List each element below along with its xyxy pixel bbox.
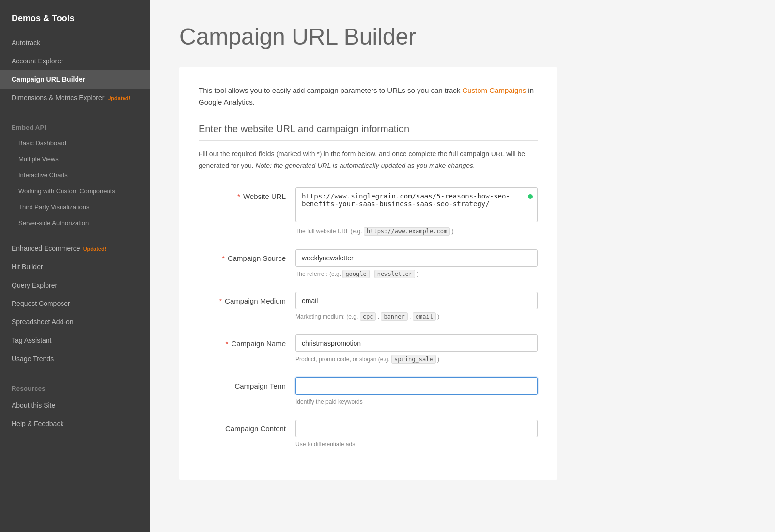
sidebar-item-help-feedback[interactable]: Help & Feedback <box>0 414 150 433</box>
updated-badge: Updated! <box>107 95 130 101</box>
section-heading: Enter the website URL and campaign infor… <box>199 123 538 141</box>
website-url-label: *Website URL <box>199 187 295 200</box>
campaign-name-field-wrap: Product, promo code, or slogan (e.g. spr… <box>295 334 538 364</box>
sidebar-item-hit-builder[interactable]: Hit Builder <box>0 258 150 276</box>
sidebar-sub-working-custom[interactable]: Working with Custom Components <box>0 183 150 199</box>
main-content: Campaign URL Builder This tool allows yo… <box>150 0 775 532</box>
sidebar-item-autotrack[interactable]: Autotrack <box>0 33 150 52</box>
campaign-content-label: Campaign Content <box>199 420 295 433</box>
required-star-3: * <box>219 297 222 305</box>
campaign-term-field-wrap: Identify the paid keywords <box>295 377 538 406</box>
section-desc: Fill out the required fields (marked wit… <box>199 149 538 172</box>
campaign-source-label: *Campaign Source <box>199 249 295 262</box>
campaign-medium-hint: Marketing medium: (e.g. cpc , banner , e… <box>295 312 538 321</box>
website-url-input[interactable]: https://www.singlegrain.com/saas/5-reaso… <box>295 187 538 222</box>
campaign-medium-field-wrap: Marketing medium: (e.g. cpc , banner , e… <box>295 292 538 321</box>
intro-text: This tool allows you to easily add campa… <box>199 85 538 108</box>
sidebar-item-dimensions-metrics[interactable]: Dimensions & Metrics ExplorerUpdated! <box>0 89 150 107</box>
sidebar-divider-1 <box>0 111 150 111</box>
campaign-name-label: *Campaign Name <box>199 334 295 348</box>
sidebar-divider-2 <box>0 235 150 235</box>
sidebar-sub-basic-dashboard[interactable]: Basic Dashboard <box>0 135 150 151</box>
required-star-4: * <box>226 339 229 348</box>
campaign-source-input[interactable] <box>295 249 538 267</box>
embed-api-section-label: Embed API <box>0 115 150 135</box>
custom-campaigns-link[interactable]: Custom Campaigns <box>462 86 526 94</box>
campaign-medium-input[interactable] <box>295 292 538 309</box>
campaign-name-row: *Campaign Name Product, promo code, or s… <box>199 334 538 364</box>
sidebar-item-usage-trends[interactable]: Usage Trends <box>0 350 150 368</box>
content-section: This tool allows you to easily add campa… <box>179 67 557 480</box>
campaign-content-row: Campaign Content Use to differentiate ad… <box>199 420 538 449</box>
sidebar-item-spreadsheet-addon[interactable]: Spreadsheet Add-on <box>0 313 150 331</box>
sidebar-item-query-explorer[interactable]: Query Explorer <box>0 276 150 294</box>
website-url-field-wrap: https://www.singlegrain.com/saas/5-reaso… <box>295 187 538 236</box>
campaign-term-input[interactable] <box>295 377 538 395</box>
campaign-medium-row: *Campaign Medium Marketing medium: (e.g.… <box>199 292 538 321</box>
campaign-source-row: *Campaign Source The referrer: (e.g. goo… <box>199 249 538 278</box>
required-star-2: * <box>222 254 225 262</box>
sidebar-item-request-composer[interactable]: Request Composer <box>0 294 150 313</box>
campaign-content-field-wrap: Use to differentiate ads <box>295 420 538 449</box>
campaign-source-hint: The referrer: (e.g. google , newsletter … <box>295 270 538 278</box>
sidebar-sub-third-party[interactable]: Third Party Visualizations <box>0 199 150 215</box>
url-status-dot <box>528 194 533 199</box>
sidebar-title: Demos & Tools <box>0 0 150 33</box>
sidebar-item-account-explorer[interactable]: Account Explorer <box>0 52 150 70</box>
sidebar-divider-3 <box>0 372 150 372</box>
campaign-term-hint: Identify the paid keywords <box>295 397 538 406</box>
campaign-term-label: Campaign Term <box>199 377 295 390</box>
campaign-source-field-wrap: The referrer: (e.g. google , newsletter … <box>295 249 538 278</box>
campaign-medium-label: *Campaign Medium <box>199 292 295 305</box>
sidebar-item-about-site[interactable]: About this Site <box>0 396 150 414</box>
sidebar-sub-interactive-charts[interactable]: Interactive Charts <box>0 167 150 183</box>
campaign-content-hint: Use to differentiate ads <box>295 440 538 449</box>
sidebar-item-campaign-url-builder[interactable]: Campaign URL Builder <box>0 70 150 89</box>
sidebar: Demos & Tools Autotrack Account Explorer… <box>0 0 150 532</box>
url-input-wrap: https://www.singlegrain.com/saas/5-reaso… <box>295 187 538 224</box>
campaign-term-row: Campaign Term Identify the paid keywords <box>199 377 538 406</box>
sidebar-item-enhanced-ecommerce[interactable]: Enhanced EcommerceUpdated! <box>0 239 150 258</box>
sidebar-sub-server-side[interactable]: Server-side Authorization <box>0 215 150 231</box>
website-url-hint: The full website URL (e.g. https://www.e… <box>295 227 538 236</box>
enhanced-ecommerce-badge: Updated! <box>83 246 107 252</box>
website-url-row: *Website URL https://www.singlegrain.com… <box>199 187 538 236</box>
campaign-name-input[interactable] <box>295 334 538 352</box>
campaign-content-input[interactable] <box>295 420 538 437</box>
sidebar-sub-multiple-views[interactable]: Multiple Views <box>0 151 150 167</box>
campaign-name-hint: Product, promo code, or slogan (e.g. spr… <box>295 355 538 364</box>
required-star: * <box>237 192 240 200</box>
sidebar-item-tag-assistant[interactable]: Tag Assistant <box>0 331 150 350</box>
resources-section-label: Resources <box>0 376 150 396</box>
page-title: Campaign URL Builder <box>179 23 557 50</box>
